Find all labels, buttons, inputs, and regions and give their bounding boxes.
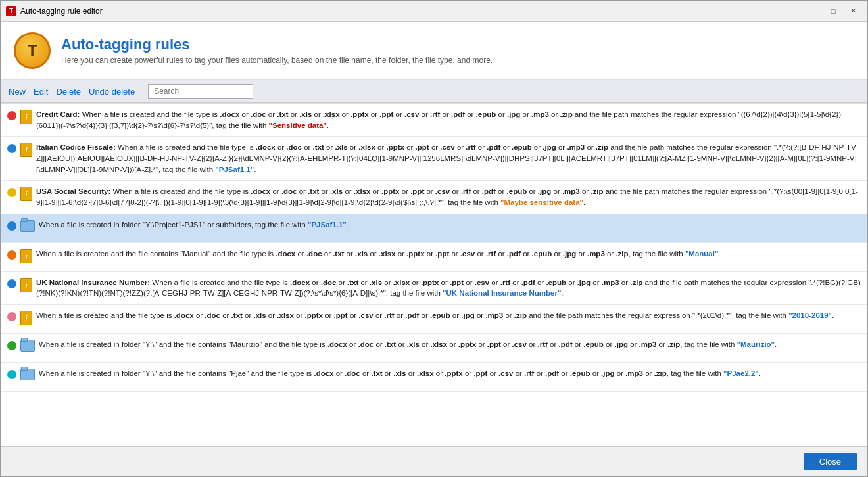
rule-text: When a file is created in folder "Y:\Pro…	[39, 219, 861, 231]
rule-text: Credit Card: When a file is created and …	[36, 109, 861, 131]
folder-icon	[20, 340, 35, 352]
tag-value: "PJSaf1.1"	[308, 221, 347, 229]
status-dot	[7, 250, 16, 260]
undo-delete-button[interactable]: Undo delete	[89, 87, 135, 97]
logo-text: T	[28, 41, 37, 60]
status-dot	[7, 111, 16, 120]
edit-button[interactable]: Edit	[34, 87, 48, 97]
folder-icon	[20, 220, 35, 232]
close-window-button[interactable]: ✕	[844, 5, 862, 18]
rule-text: When a file is created in folder "Y:\" a…	[39, 339, 861, 350]
new-button[interactable]: New	[9, 87, 26, 97]
status-dot	[7, 188, 16, 197]
header: T Auto-tagging rules Here you can create…	[1, 22, 867, 80]
page-title: Auto-tagging rules	[61, 36, 493, 53]
app-icon: T	[6, 6, 16, 16]
status-dot	[7, 341, 16, 350]
rule-text: USA Social Security: When a file is crea…	[36, 186, 861, 208]
page-subtitle: Here you can create powerful rules to ta…	[61, 56, 493, 65]
info-icon	[20, 143, 32, 157]
rule-text: When a file is created and the file cont…	[36, 248, 861, 260]
window-title: Auto-tagging rule editor	[20, 7, 804, 16]
info-icon	[20, 187, 32, 201]
maximize-button[interactable]: □	[824, 5, 842, 18]
rule-row[interactable]: When a file is created in folder "Y:\" a…	[1, 334, 867, 363]
toolbar: New Edit Delete Undo delete	[1, 80, 867, 103]
rule-row[interactable]: USA Social Security: When a file is crea…	[1, 181, 867, 214]
window-controls: – □ ✕	[804, 5, 862, 18]
minimize-button[interactable]: –	[804, 5, 823, 18]
status-dot	[7, 370, 16, 379]
tag-value: "Sensitive data"	[269, 122, 327, 129]
status-dot	[7, 312, 16, 321]
rule-row[interactable]: When a file is created and the file type…	[1, 305, 867, 334]
title-bar: T Auto-tagging rule editor – □ ✕	[1, 1, 867, 22]
rule-name: Italian Codice Fiscale:	[36, 143, 116, 151]
tag-value: "2010-2019"	[788, 311, 832, 319]
close-button[interactable]: Close	[804, 453, 857, 470]
status-dot	[7, 144, 16, 153]
rule-text: UK National Insurance Number: When a fil…	[36, 277, 861, 299]
rule-name: USA Social Security:	[36, 187, 110, 195]
tag-value: "PJSaf1.1"	[215, 166, 254, 173]
tag-value: "Maybe sensitive data"	[500, 198, 583, 206]
rule-row[interactable]: Italian Codice Fiscale: When a file is c…	[1, 137, 867, 181]
folder-icon	[20, 369, 35, 380]
rule-name: UK National Insurance Number:	[36, 279, 150, 286]
footer: Close	[1, 446, 867, 476]
search-input[interactable]	[148, 84, 253, 99]
info-icon	[20, 278, 32, 292]
rule-row[interactable]: When a file is created and the file cont…	[1, 243, 867, 272]
status-dot	[7, 279, 16, 288]
rule-row[interactable]: UK National Insurance Number: When a fil…	[1, 272, 867, 305]
tag-value: "Manual"	[685, 250, 719, 258]
rule-text: When a file is created and the file type…	[36, 310, 861, 321]
info-icon	[20, 311, 32, 325]
tag-value: "UK National Insurance Number"	[443, 289, 561, 297]
delete-button[interactable]: Delete	[56, 87, 81, 97]
rule-name: Credit Card:	[36, 110, 80, 118]
rule-row[interactable]: When a file is created in folder "Y:\" a…	[1, 363, 867, 392]
rule-row[interactable]: Credit Card: When a file is created and …	[1, 104, 867, 137]
info-icon	[20, 249, 32, 263]
rule-row[interactable]: When a file is created in folder "Y:\Pro…	[1, 214, 867, 243]
tag-value: "Maurizio"	[737, 340, 775, 348]
header-text: Auto-tagging rules Here you can create p…	[61, 36, 493, 65]
info-icon	[20, 110, 32, 124]
rule-text: Italian Codice Fiscale: When a file is c…	[36, 142, 861, 175]
tag-value: "PJae2.2"	[723, 369, 759, 377]
app-logo: T	[14, 32, 51, 69]
rule-text: When a file is created in folder "Y:\" a…	[39, 368, 861, 379]
status-dot	[7, 221, 16, 231]
rules-list: Credit Card: When a file is created and …	[1, 103, 867, 446]
